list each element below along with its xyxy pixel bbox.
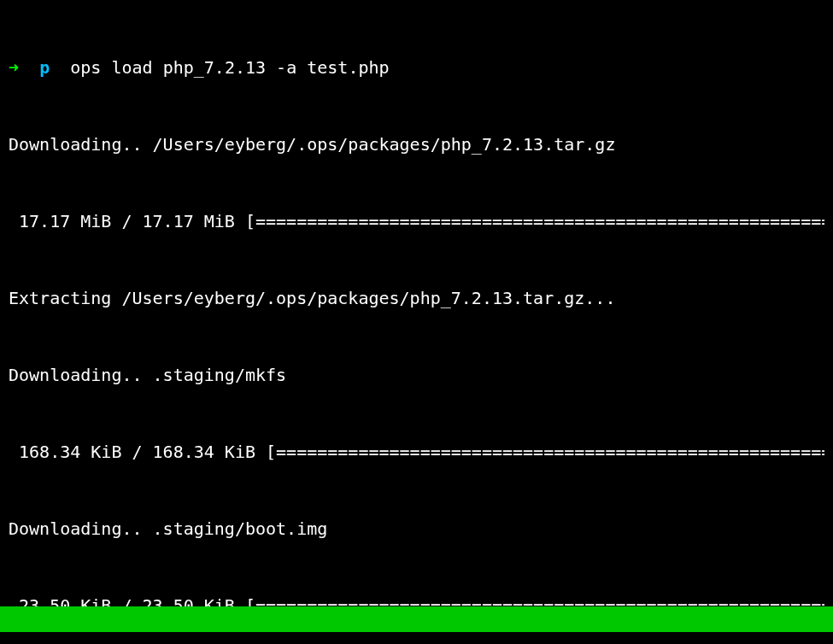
output-line: Downloading.. .staging/boot.img (9, 516, 824, 542)
progress-line: 168.34 KiB / 168.34 KiB [===============… (9, 439, 824, 465)
output-line: Extracting /Users/eyberg/.ops/packages/p… (9, 285, 824, 311)
prompt-line-1: ➜ p ops load php_7.2.13 -a test.php (9, 55, 824, 80)
statusbar-text: [0] 1:ops* (26, 635, 128, 644)
command-1: ops load php_7.2.13 -a test.php (70, 57, 389, 78)
tmux-statusbar: [0] 1:ops* (0, 606, 833, 632)
output-line: Downloading.. /Users/eyberg/.ops/package… (9, 132, 824, 157)
prompt-dir: p (39, 57, 50, 78)
terminal-output[interactable]: ➜ p ops load php_7.2.13 -a test.php Down… (0, 0, 833, 644)
prompt-arrow-icon: ➜ (9, 57, 19, 78)
progress-line: 17.17 MiB / 17.17 MiB [=================… (9, 208, 824, 234)
output-line: Downloading.. .staging/mkfs (9, 362, 824, 388)
